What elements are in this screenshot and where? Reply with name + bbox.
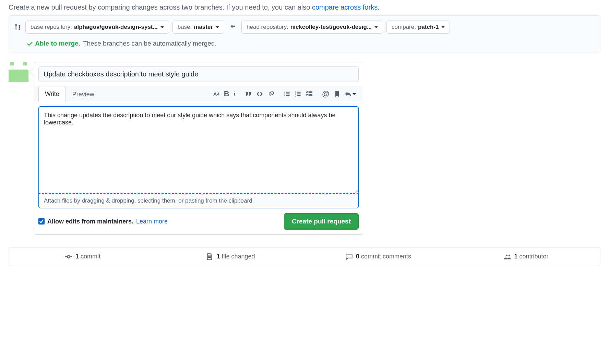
avatar bbox=[9, 62, 28, 82]
tab-preview[interactable]: Preview bbox=[66, 86, 101, 102]
git-compare-icon bbox=[14, 23, 22, 31]
base-branch-value: master bbox=[194, 24, 213, 31]
create-pr-button[interactable]: Create pull request bbox=[284, 213, 359, 230]
bullet-list-icon[interactable] bbox=[284, 90, 290, 97]
stat-commits[interactable]: 1 commit bbox=[9, 247, 157, 266]
learn-more-link[interactable]: Learn more bbox=[136, 218, 168, 225]
base-repo-value: alphagov/govuk-design-syst... bbox=[74, 24, 158, 31]
head-repo-selector[interactable]: head repository: nickcolley-test/govuk-d… bbox=[241, 21, 383, 34]
commits-label: commit bbox=[79, 253, 100, 260]
numbered-list-icon[interactable] bbox=[295, 90, 301, 97]
footer-row: Allow edits from maintainers. Learn more… bbox=[34, 213, 363, 234]
reply-icon[interactable] bbox=[345, 90, 356, 97]
commits-count: 1 bbox=[75, 253, 79, 260]
pr-title-input[interactable] bbox=[38, 66, 359, 82]
quote-icon[interactable] bbox=[245, 90, 252, 97]
task-list-icon[interactable] bbox=[306, 90, 312, 97]
contributors-count: 1 bbox=[514, 253, 517, 260]
reference-icon[interactable] bbox=[334, 90, 341, 97]
head-repo-value: nickcolley-test/govuk-desig... bbox=[290, 24, 372, 31]
arrow-left-icon bbox=[228, 23, 238, 31]
comments-label: commit comments bbox=[359, 253, 411, 260]
file-diff-icon bbox=[206, 253, 213, 260]
base-branch-label: base: bbox=[178, 24, 192, 31]
heading-icon[interactable]: AA bbox=[213, 91, 220, 97]
tabs-row: Write Preview AA B i bbox=[34, 86, 363, 102]
allow-edits-label: Allow edits from maintainers. bbox=[47, 218, 133, 225]
merge-able: Able to merge. bbox=[27, 40, 80, 47]
tab-write[interactable]: Write bbox=[38, 86, 66, 102]
body-wrap: Attach files by dragging & dropping, sel… bbox=[34, 102, 363, 213]
chevron-down-icon bbox=[441, 26, 445, 28]
merge-able-text: Able to merge. bbox=[35, 40, 80, 47]
intro-after: . bbox=[378, 3, 380, 11]
compare-branch-selector[interactable]: compare: patch-1 bbox=[386, 21, 450, 34]
mention-icon[interactable]: @ bbox=[322, 89, 330, 98]
comments-count: 0 bbox=[356, 253, 359, 260]
merge-detail: These branches can be automatically merg… bbox=[83, 40, 217, 47]
contributors-label: contributor bbox=[517, 253, 548, 260]
base-branch-selector[interactable]: base: master bbox=[172, 21, 224, 34]
markdown-toolbar: AA B i @ bbox=[213, 89, 359, 98]
intro-text: Create a new pull request by comparing c… bbox=[9, 3, 600, 11]
link-icon[interactable] bbox=[267, 90, 274, 97]
attach-hint[interactable]: Attach files by dragging & dropping, sel… bbox=[38, 194, 359, 208]
stat-comments[interactable]: 0 commit comments bbox=[304, 247, 452, 266]
pr-body-textarea[interactable] bbox=[38, 106, 359, 194]
stats-bar: 1 commit 1 file changed 0 commit comment… bbox=[9, 247, 600, 266]
people-icon bbox=[504, 253, 511, 260]
allow-edits-checkbox[interactable] bbox=[38, 218, 45, 225]
check-icon bbox=[27, 40, 33, 47]
chevron-down-icon bbox=[374, 26, 378, 28]
commit-icon bbox=[65, 253, 72, 260]
merge-status: Able to merge. These branches can be aut… bbox=[14, 40, 595, 47]
chevron-down-icon bbox=[216, 26, 219, 28]
compare-branch-value: patch-1 bbox=[418, 24, 439, 31]
code-icon[interactable] bbox=[256, 90, 263, 97]
files-count: 1 bbox=[216, 253, 220, 260]
files-label: file changed bbox=[220, 253, 255, 260]
compare-forks-link[interactable]: compare across forks bbox=[312, 3, 378, 11]
italic-icon[interactable]: i bbox=[234, 89, 236, 98]
compare-box: base repository: alphagov/govuk-design-s… bbox=[9, 15, 600, 52]
pr-card: Write Preview AA B i bbox=[34, 62, 363, 235]
pr-form: Write Preview AA B i bbox=[9, 62, 600, 235]
base-repo-selector[interactable]: base repository: alphagov/govuk-design-s… bbox=[25, 21, 169, 34]
head-repo-label: head repository: bbox=[247, 24, 288, 31]
stat-files[interactable]: 1 file changed bbox=[157, 247, 304, 266]
allow-edits[interactable]: Allow edits from maintainers. Learn more bbox=[38, 218, 168, 225]
compare-row: base repository: alphagov/govuk-design-s… bbox=[14, 21, 595, 34]
stat-contributors[interactable]: 1 contributor bbox=[452, 247, 600, 266]
comment-icon bbox=[346, 253, 353, 260]
base-repo-label: base repository: bbox=[31, 24, 72, 31]
chevron-down-icon bbox=[160, 26, 164, 28]
compare-branch-label: compare: bbox=[392, 24, 416, 31]
intro-before: Create a new pull request by comparing c… bbox=[9, 3, 312, 11]
bold-icon[interactable]: B bbox=[224, 89, 229, 98]
